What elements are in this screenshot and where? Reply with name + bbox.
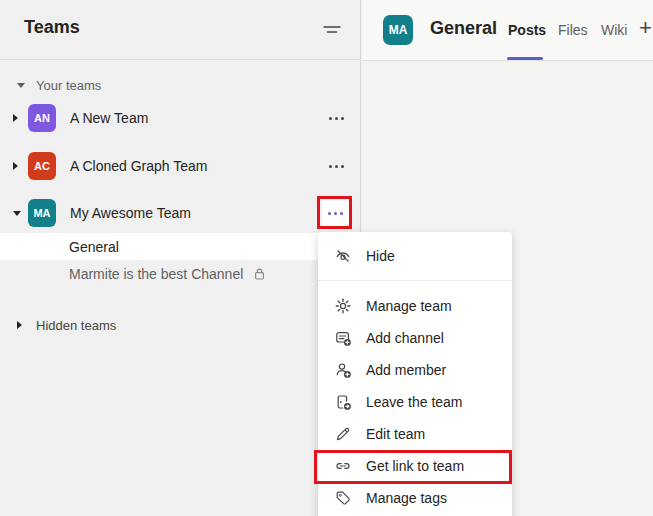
- menu-item-label: Add member: [366, 362, 446, 378]
- menu-item-label: Leave the team: [366, 394, 463, 410]
- hide-eye-slash-icon: [334, 247, 352, 265]
- menu-item-add-channel[interactable]: Add channel: [318, 322, 512, 354]
- channel-row-general[interactable]: General: [0, 233, 361, 260]
- tag-icon: [334, 489, 352, 507]
- team-name: My Awesome Team: [70, 205, 347, 221]
- team-context-menu: Hide Manage team: [318, 232, 512, 516]
- add-tab-button[interactable]: +: [639, 15, 652, 41]
- gear-icon: [334, 297, 352, 315]
- chevron-right-icon: [13, 162, 28, 170]
- hidden-teams-label: Hidden teams: [36, 318, 116, 333]
- team-avatar: MA: [28, 199, 56, 227]
- menu-item-manage-team[interactable]: Manage team: [318, 290, 512, 322]
- channel-add-icon: [334, 329, 352, 347]
- pencil-icon: [334, 425, 352, 443]
- channel-name: General: [69, 239, 119, 255]
- tab-wiki[interactable]: Wiki: [601, 22, 627, 38]
- team-row-my-awesome-team[interactable]: MA My Awesome Team: [0, 190, 361, 236]
- more-options-button-active[interactable]: [322, 200, 349, 226]
- sidebar-title: Teams: [24, 17, 80, 38]
- menu-item-add-member[interactable]: Add member: [318, 354, 512, 386]
- more-options-button[interactable]: [325, 165, 347, 168]
- sidebar-header-divider: [0, 59, 360, 60]
- team-name: A New Team: [70, 110, 325, 126]
- menu-item-get-link[interactable]: Get link to team: [318, 450, 512, 482]
- menu-item-edit-team[interactable]: Edit team: [318, 418, 512, 450]
- menu-item-hide[interactable]: Hide: [318, 232, 512, 280]
- chevron-down-icon: [13, 211, 28, 216]
- team-row-a-new-team[interactable]: AN A New Team: [0, 95, 361, 141]
- team-avatar: AC: [28, 152, 56, 180]
- your-teams-section[interactable]: Your teams: [0, 74, 360, 96]
- hidden-teams-section[interactable]: Hidden teams: [0, 314, 360, 336]
- menu-item-label: Manage tags: [366, 490, 447, 506]
- lock-icon: [253, 267, 266, 281]
- menu-item-label: Edit team: [366, 426, 425, 442]
- menu-item-label: Add channel: [366, 330, 444, 346]
- your-teams-label: Your teams: [36, 78, 101, 93]
- channel-row-marmite[interactable]: Marmite is the best Channel: [0, 260, 361, 287]
- active-tab-indicator: [507, 57, 543, 60]
- leave-door-icon: [334, 393, 352, 411]
- link-icon: [334, 457, 352, 475]
- menu-item-label: Hide: [366, 248, 395, 264]
- team-name: A Cloned Graph Team: [70, 158, 325, 174]
- person-add-icon: [334, 361, 352, 379]
- chevron-right-icon: [17, 321, 31, 329]
- channel-title: General: [430, 18, 497, 39]
- tab-files[interactable]: Files: [558, 22, 588, 38]
- menu-item-manage-tags[interactable]: Manage tags: [318, 482, 512, 514]
- chevron-down-icon: [17, 83, 31, 88]
- teams-sidebar: Teams Your teams AN A New Team AC A Clon…: [0, 0, 361, 516]
- menu-item-label: Get link to team: [366, 458, 464, 474]
- channel-team-avatar: MA: [383, 15, 413, 45]
- tab-posts[interactable]: Posts: [508, 22, 546, 38]
- team-avatar: AN: [28, 104, 56, 132]
- menu-item-leave-team[interactable]: Leave the team: [318, 386, 512, 418]
- team-row-a-cloned-graph-team[interactable]: AC A Cloned Graph Team: [0, 143, 361, 189]
- menu-item-label: Manage team: [366, 298, 452, 314]
- chevron-right-icon: [13, 114, 28, 122]
- channel-name: Marmite is the best Channel: [69, 266, 243, 282]
- more-options-button[interactable]: [325, 117, 347, 120]
- channel-header: MA General Posts Files Wiki +: [362, 0, 653, 61]
- filter-button[interactable]: [318, 18, 346, 42]
- filter-icon: [323, 24, 341, 36]
